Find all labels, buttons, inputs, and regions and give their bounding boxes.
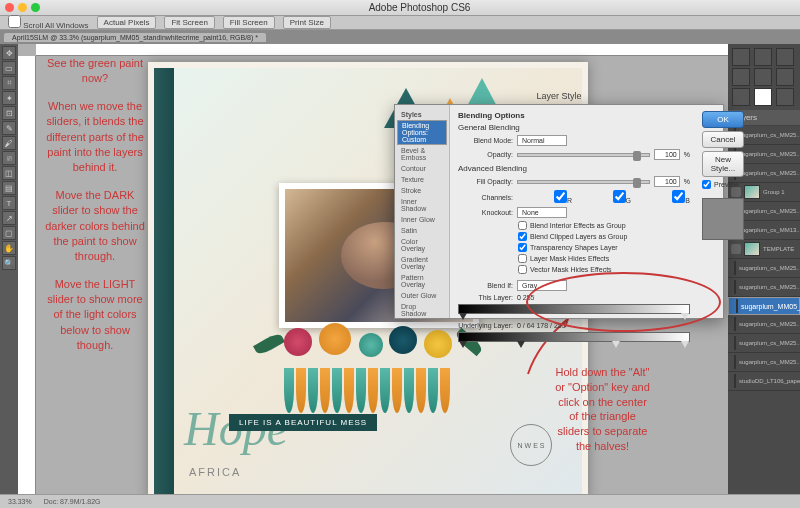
fill-opacity-label: Fill Opacity: <box>458 178 513 185</box>
layer-name: Group 1 <box>763 189 785 195</box>
opacity-slider[interactable] <box>517 153 650 157</box>
fill-opacity-slider[interactable] <box>517 180 650 184</box>
style-item[interactable]: Contour <box>397 163 447 174</box>
layer-name: sugarplum_cs_MM25... <box>739 359 800 365</box>
swatch[interactable] <box>776 88 794 106</box>
blendif-label: Blend If: <box>458 282 513 289</box>
ruler-vertical <box>18 56 36 494</box>
swatch[interactable] <box>732 88 750 106</box>
actual-pixels-button[interactable]: Actual Pixels <box>97 16 157 29</box>
swatch[interactable] <box>776 68 794 86</box>
style-item[interactable]: Outer Glow <box>397 290 447 301</box>
zoom-tool-icon[interactable]: 🔍 <box>2 256 16 270</box>
style-item[interactable]: Gradient Overlay <box>397 254 447 272</box>
fit-screen-button[interactable]: Fit Screen <box>164 16 214 29</box>
new-style-button[interactable]: New Style... <box>702 151 744 177</box>
layer-name: sugarplum_cs_MM25... <box>739 284 800 290</box>
ruler-horizontal <box>36 44 728 56</box>
path-tool-icon[interactable]: ↗ <box>2 211 16 225</box>
marquee-tool-icon[interactable]: ▭ <box>2 61 16 75</box>
style-item[interactable]: Color Overlay <box>397 236 447 254</box>
document-tab[interactable]: April15SLM @ 33.3% (sugarplum_MM05_stand… <box>4 33 266 42</box>
blend-interior-checkbox[interactable]: Blend Interior Effects as Group <box>518 221 690 230</box>
zoom-icon[interactable] <box>31 3 40 12</box>
swatch[interactable] <box>776 48 794 66</box>
zoom-value[interactable]: 33.33% <box>8 498 32 505</box>
layer-name: sugarplum_cs_MM25... <box>739 170 800 176</box>
knockout-select[interactable]: None <box>517 207 567 218</box>
wand-tool-icon[interactable]: ✦ <box>2 91 16 105</box>
this-layer-label: This Layer: <box>458 294 513 301</box>
layer-row[interactable]: sugarplum_cs_MM25... <box>728 353 800 372</box>
brush-tool-icon[interactable]: 🖌 <box>2 136 16 150</box>
crop-tool-icon[interactable]: ⊡ <box>2 106 16 120</box>
swatch[interactable] <box>754 48 772 66</box>
swatch[interactable] <box>754 88 772 106</box>
minimize-icon[interactable] <box>18 3 27 12</box>
scroll-all-checkbox[interactable]: Scroll All Windows <box>8 15 89 30</box>
shape-tool-icon[interactable]: ▢ <box>2 226 16 240</box>
layer-name: sugarplum_cs_MM25... <box>739 132 800 138</box>
stamp-tool-icon[interactable]: ⎚ <box>2 151 16 165</box>
advanced-blending-title: Advanced Blending <box>458 164 690 173</box>
opacity-value[interactable]: 100 <box>654 149 680 160</box>
blend-mode-label: Blend Mode: <box>458 137 513 144</box>
ok-button[interactable]: OK <box>702 111 744 128</box>
compass-icon: N W E S <box>510 424 552 466</box>
layer-row[interactable]: studioDD_LT106_paper <box>728 372 800 391</box>
opacity-label: Opacity: <box>458 151 513 158</box>
status-bar: 33.33% Doc: 87.9M/1.82G <box>0 494 800 508</box>
style-item[interactable]: Pattern Overlay <box>397 272 447 290</box>
style-item[interactable]: Inner Glow <box>397 214 447 225</box>
close-icon[interactable] <box>5 3 14 12</box>
vector-mask-hides-checkbox[interactable]: Vector Mask Hides Effects <box>518 265 690 274</box>
hand-tool-icon[interactable]: ✋ <box>2 241 16 255</box>
knockout-label: Knockout: <box>458 209 513 216</box>
blend-clipped-checkbox[interactable]: Blend Clipped Layers as Group <box>518 232 690 241</box>
dialog-styles-list: StylesBlending Options: CustomBevel & Em… <box>395 105 450 318</box>
style-item[interactable]: Drop Shadow <box>397 301 447 319</box>
swatch[interactable] <box>754 68 772 86</box>
layer-thumbnail <box>734 336 736 350</box>
blendif-select[interactable]: Gray <box>517 280 567 291</box>
doc-size: Doc: 87.9M/1.82G <box>44 498 101 505</box>
text-tool-icon[interactable]: T <box>2 196 16 210</box>
fill-opacity-value[interactable]: 100 <box>654 176 680 187</box>
transparency-shapes-checkbox[interactable]: Transparency Shapes Layer <box>518 243 690 252</box>
style-item[interactable]: Satin <box>397 225 447 236</box>
layer-name: sugarplum_cs_MM25... <box>739 265 800 271</box>
general-blending-title: General Blending <box>458 123 690 132</box>
style-item[interactable]: Blending Options: Custom <box>397 120 447 145</box>
channel-b-checkbox[interactable]: B <box>635 190 690 204</box>
channel-r-checkbox[interactable]: R <box>517 190 572 204</box>
lasso-tool-icon[interactable]: ⌗ <box>2 76 16 90</box>
cancel-button[interactable]: Cancel <box>702 131 744 148</box>
swatch[interactable] <box>732 48 750 66</box>
africa-label: AFRICA <box>189 466 241 478</box>
tools-panel: ✥ ▭ ⌗ ✦ ⊡ ✎ 🖌 ⎚ ◫ ▤ T ↗ ▢ ✋ 🔍 <box>0 44 18 494</box>
print-size-button[interactable]: Print Size <box>283 16 331 29</box>
preview-thumbnail <box>702 198 744 240</box>
layer-name: sugarplum_cs_MM13... <box>739 227 800 233</box>
gradient-tool-icon[interactable]: ▤ <box>2 181 16 195</box>
annotation-right: Hold down the "Alt" or "Option" key and … <box>555 365 650 454</box>
preview-checkbox[interactable]: Preview <box>702 180 744 189</box>
eyedropper-tool-icon[interactable]: ✎ <box>2 121 16 135</box>
channel-g-checkbox[interactable]: G <box>576 190 631 204</box>
blend-mode-select[interactable]: Normal <box>517 135 567 146</box>
swatch[interactable] <box>732 68 750 86</box>
window-titlebar: Adobe Photoshop CS6 <box>0 0 800 16</box>
move-tool-icon[interactable]: ✥ <box>2 46 16 60</box>
layer-row[interactable]: sugarplum_cs_MM25... <box>728 334 800 353</box>
eraser-tool-icon[interactable]: ◫ <box>2 166 16 180</box>
blending-options-title: Blending Options <box>458 111 690 120</box>
fill-screen-button[interactable]: Fill Screen <box>223 16 275 29</box>
this-layer-gradient[interactable] <box>458 304 690 314</box>
style-item[interactable]: Bevel & Emboss <box>397 145 447 163</box>
style-item[interactable]: Stroke <box>397 185 447 196</box>
underlying-layer-gradient[interactable] <box>458 332 690 342</box>
style-item[interactable]: Texture <box>397 174 447 185</box>
style-item[interactable]: Inner Shadow <box>397 196 447 214</box>
layer-mask-hides-checkbox[interactable]: Layer Mask Hides Effects <box>518 254 690 263</box>
layer-name: sugarplum_MM05_st... <box>741 303 800 310</box>
